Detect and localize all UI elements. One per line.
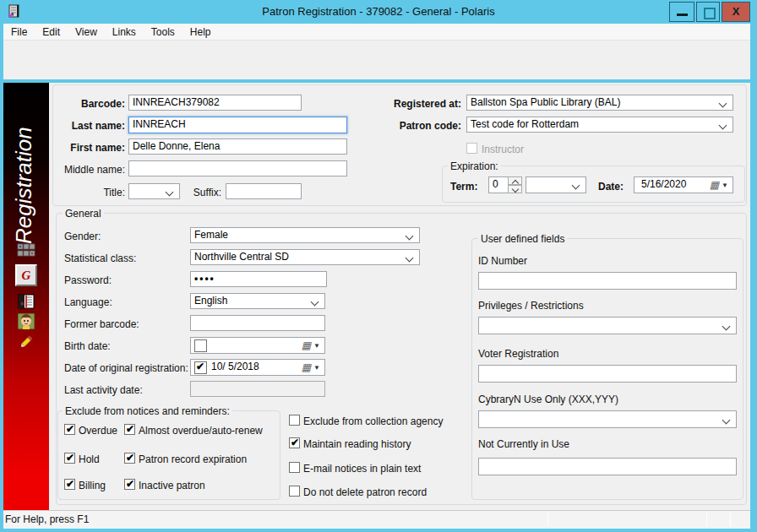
sidebar-tab-patron[interactable] bbox=[18, 313, 35, 333]
patron-expiration-checkbox[interactable] bbox=[124, 453, 135, 464]
window-title: Patron Registration - 379082 - General -… bbox=[0, 5, 757, 18]
minimize-button[interactable] bbox=[669, 2, 694, 22]
overdue-checkbox[interactable] bbox=[64, 424, 75, 435]
term-label: Term: bbox=[450, 181, 477, 193]
last-name-input[interactable]: INNREACH bbox=[128, 117, 347, 133]
hold-checkbox[interactable] bbox=[64, 453, 75, 464]
gender-select[interactable]: Female bbox=[190, 227, 420, 243]
billing-checkbox[interactable] bbox=[64, 479, 75, 490]
plain-text-email-checkbox[interactable] bbox=[289, 462, 300, 473]
hold-label: Hold bbox=[79, 453, 100, 465]
menu-view[interactable]: View bbox=[68, 26, 105, 38]
term-spin-down-button[interactable] bbox=[508, 185, 522, 193]
chevron-down-icon bbox=[722, 416, 731, 425]
barcode-label: Barcode: bbox=[49, 98, 125, 110]
patron-code-label: Patron code: bbox=[372, 120, 461, 132]
reading-history-checkbox[interactable] bbox=[289, 437, 300, 448]
sidebar-tab-notes[interactable] bbox=[18, 334, 35, 354]
password-label: Password: bbox=[64, 274, 112, 286]
chevron-down-icon bbox=[719, 122, 727, 130]
sidebar-tab-addresses[interactable] bbox=[18, 294, 35, 312]
sidebar-tab-circulation[interactable] bbox=[17, 243, 35, 261]
maximize-button[interactable] bbox=[696, 2, 720, 22]
sidebar-tab-general[interactable]: G bbox=[15, 264, 37, 286]
statistical-class-select[interactable]: Northville Central SD bbox=[190, 249, 420, 265]
status-separator bbox=[547, 513, 548, 526]
sidebar-title: Registration bbox=[11, 88, 37, 244]
id-number-label: ID Number bbox=[478, 255, 527, 267]
do-not-delete-checkbox[interactable] bbox=[289, 486, 300, 497]
overdue-label: Overdue bbox=[79, 425, 117, 437]
id-number-input[interactable] bbox=[478, 272, 737, 290]
language-select[interactable]: English bbox=[190, 293, 325, 309]
voter-registration-label: Voter Registration bbox=[478, 348, 558, 360]
menu-file[interactable]: File bbox=[3, 26, 35, 38]
registered-at-select[interactable]: Ballston Spa Public Library (BAL) bbox=[466, 95, 733, 111]
chevron-down-icon bbox=[311, 298, 319, 307]
birth-date-label: Birth date: bbox=[64, 340, 111, 352]
general-group-label: General bbox=[63, 208, 104, 220]
term-spin-up-button[interactable] bbox=[508, 176, 522, 185]
last-name-label: Last name: bbox=[49, 120, 125, 132]
not-in-use-label: Not Currently in Use bbox=[478, 438, 569, 450]
not-in-use-input[interactable] bbox=[478, 458, 737, 475]
menu-help[interactable]: Help bbox=[182, 26, 219, 38]
title-label: Title: bbox=[49, 187, 125, 198]
patron-registration-window: Patron Registration - 379082 - General -… bbox=[0, 0, 757, 532]
chevron-down-icon bbox=[313, 364, 320, 372]
status-separator bbox=[730, 513, 731, 526]
cybraryn-select[interactable] bbox=[478, 410, 737, 428]
registered-at-label: Registered at: bbox=[372, 98, 461, 110]
voter-registration-input[interactable] bbox=[478, 365, 737, 383]
first-name-input[interactable]: Delle Donne, Elena bbox=[128, 138, 347, 155]
close-button[interactable]: X bbox=[722, 2, 750, 22]
menu-tools[interactable]: Tools bbox=[144, 26, 182, 38]
collection-agency-checkbox[interactable] bbox=[289, 415, 300, 426]
chevron-down-icon bbox=[406, 232, 414, 241]
grid-icon bbox=[17, 243, 35, 261]
first-name-label: First name: bbox=[49, 142, 125, 154]
original-registration-label: Date of original registration: bbox=[64, 362, 188, 374]
suffix-label: Suffix: bbox=[171, 187, 221, 198]
birth-date-checkbox[interactable] bbox=[194, 339, 207, 352]
frame-right bbox=[750, 24, 757, 532]
original-registration-input[interactable]: 10/ 5/2018 bbox=[190, 359, 325, 376]
almost-overdue-checkbox[interactable] bbox=[124, 424, 135, 435]
privileges-select[interactable] bbox=[478, 317, 737, 334]
middle-name-input[interactable] bbox=[128, 160, 347, 176]
exclude-notices-group-label: Exclude from notices and reminders: bbox=[63, 405, 232, 417]
address-page-icon bbox=[18, 294, 35, 312]
chevron-down-icon bbox=[512, 186, 519, 193]
term-unit-select[interactable] bbox=[526, 176, 586, 193]
suffix-input[interactable] bbox=[226, 183, 302, 199]
gender-label: Gender: bbox=[64, 231, 101, 242]
chevron-down-icon bbox=[722, 182, 728, 189]
statistical-class-label: Statistical class: bbox=[64, 252, 136, 264]
do-not-delete-label: Do not delete patron record bbox=[303, 486, 427, 498]
language-label: Language: bbox=[64, 296, 112, 308]
titlebar: Patron Registration - 379082 - General -… bbox=[0, 0, 757, 24]
inactive-patron-checkbox[interactable] bbox=[124, 479, 135, 490]
menu-edit[interactable]: Edit bbox=[35, 26, 68, 38]
chevron-down-icon bbox=[406, 254, 414, 263]
birth-date-input[interactable] bbox=[190, 337, 325, 354]
user-defined-group-label: User defined fields bbox=[478, 233, 567, 245]
reading-history-label: Maintain reading history bbox=[303, 438, 411, 450]
password-input[interactable]: •••• bbox=[190, 271, 327, 287]
calendar-icon bbox=[302, 361, 311, 373]
barcode-input[interactable]: INNREACH379082 bbox=[128, 95, 302, 111]
person-face-icon bbox=[18, 313, 35, 333]
statusbar bbox=[3, 510, 750, 529]
expiration-date-input[interactable]: 5/16/2020 bbox=[634, 176, 733, 193]
term-input[interactable]: 0 bbox=[488, 176, 509, 193]
original-registration-checkbox[interactable] bbox=[194, 361, 207, 374]
calendar-icon bbox=[302, 339, 311, 351]
inactive-patron-label: Inactive patron bbox=[139, 480, 205, 491]
former-barcode-input[interactable] bbox=[190, 315, 325, 331]
chevron-down-icon bbox=[722, 323, 731, 331]
patron-code-select[interactable]: Test code for Rotterdam bbox=[466, 117, 733, 133]
frame-bottom bbox=[0, 529, 757, 532]
cybraryn-label: CybraryN Use Only (XXX,YYY) bbox=[478, 394, 618, 405]
chevron-down-icon bbox=[313, 342, 320, 350]
menu-links[interactable]: Links bbox=[105, 26, 144, 38]
